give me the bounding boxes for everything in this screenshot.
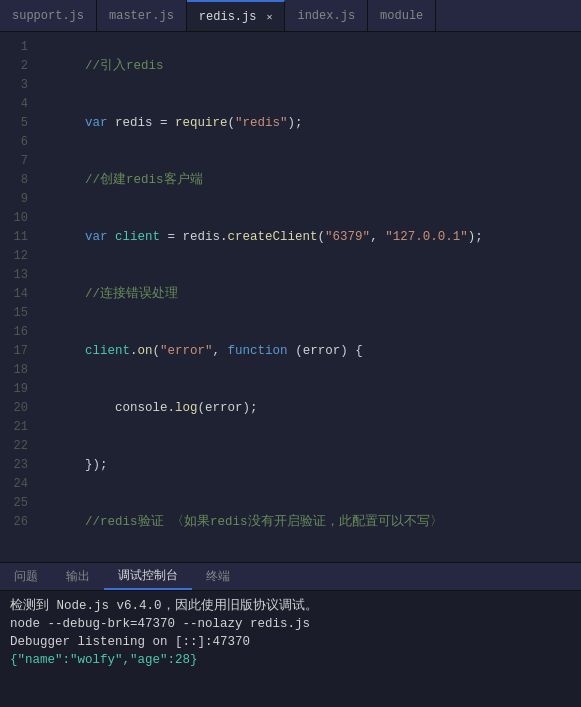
tab-redis-js[interactable]: redis.js ✕ (187, 0, 286, 31)
console-line-2: node --debug-brk=47370 --nolazy redis.js (10, 615, 571, 633)
panel-tab-output[interactable]: 输出 (52, 563, 104, 590)
tab-module[interactable]: module (368, 0, 436, 31)
code-line-6: client.on("error", function (error) { (40, 323, 581, 380)
tab-label: module (380, 9, 423, 23)
panel-tab-label: 终端 (206, 568, 230, 585)
code-line-8: }); (40, 437, 581, 494)
tab-label: index.js (297, 9, 355, 23)
panel-tab-terminal[interactable]: 终端 (192, 563, 244, 590)
panel-tab-debug[interactable]: 调试控制台 (104, 563, 192, 590)
code-line-1: //引入redis (40, 38, 581, 95)
line-numbers: 12345 678910 1112131415 1617181920 21222… (0, 32, 36, 562)
bottom-panel: 问题 输出 调试控制台 终端 检测到 Node.js v6.4.0，因此使用旧版… (0, 562, 581, 707)
code-line-4: var client = redis.createClient("6379", … (40, 209, 581, 266)
tab-master-js[interactable]: master.js (97, 0, 187, 31)
console-line-1: 检测到 Node.js v6.4.0，因此使用旧版协议调试。 (10, 597, 571, 615)
panel-tab-label: 输出 (66, 568, 90, 585)
code-line-7: console.log(error); (40, 380, 581, 437)
tab-label: support.js (12, 9, 84, 23)
panel-tab-issues[interactable]: 问题 (0, 563, 52, 590)
panel-tab-label: 调试控制台 (118, 567, 178, 584)
panel-tab-label: 问题 (14, 568, 38, 585)
code-line-10: client.auth("123456"); (40, 551, 581, 562)
console-line-3: Debugger listening on [::]:47370 (10, 633, 571, 651)
code-line-9: //redis验证 〈如果redis没有开启验证，此配置可以不写〉 (40, 494, 581, 551)
code-lines[interactable]: //引入redis var redis = require("redis"); … (36, 32, 581, 562)
console-line-4: {"name":"wolfy","age":28} (10, 651, 571, 669)
tab-label: master.js (109, 9, 174, 23)
console-output: 检测到 Node.js v6.4.0，因此使用旧版协议调试。 node --de… (0, 591, 581, 707)
code-line-2: var redis = require("redis"); (40, 95, 581, 152)
tab-support-js[interactable]: support.js (0, 0, 97, 31)
code-editor: 12345 678910 1112131415 1617181920 21222… (0, 32, 581, 562)
tab-index-js[interactable]: index.js (285, 0, 368, 31)
code-line-5: //连接错误处理 (40, 266, 581, 323)
panel-tab-bar: 问题 输出 调试控制台 终端 (0, 563, 581, 591)
tab-close-icon[interactable]: ✕ (266, 11, 272, 23)
tab-label: redis.js (199, 10, 257, 24)
tab-bar: support.js master.js redis.js ✕ index.js… (0, 0, 581, 32)
code-line-3: //创建redis客户端 (40, 152, 581, 209)
